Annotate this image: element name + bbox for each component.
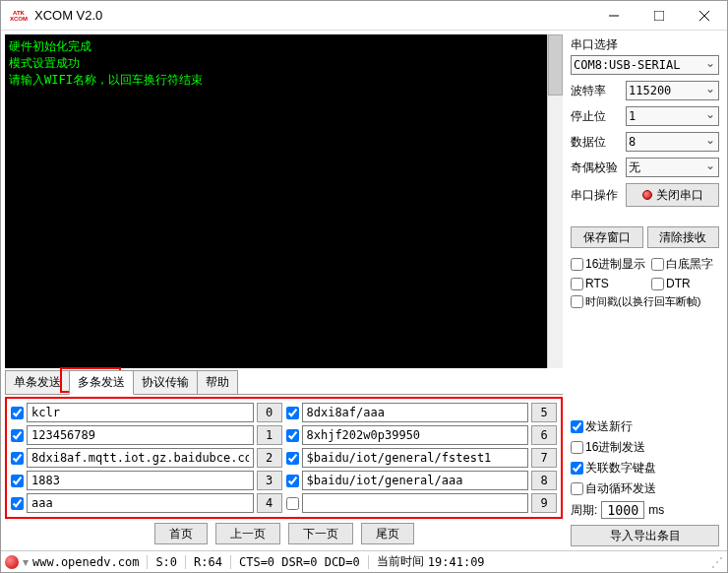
baud-label: 波特率 — [571, 83, 622, 99]
window-title: XCOM V2.0 — [34, 8, 102, 23]
row5-check[interactable] — [286, 407, 299, 419]
tab-multi-send[interactable]: 多条发送 — [69, 370, 134, 395]
status-url: www.openedv.com — [32, 555, 139, 569]
pager: 首页 上一页 下一页 尾页 — [5, 519, 563, 546]
terminal-line: 硬件初始化完成 — [9, 38, 559, 55]
numpad-check[interactable] — [571, 462, 583, 475]
row1-check[interactable] — [11, 429, 24, 442]
terminal-line: 请输入WIFI名称，以回车换行符结束 — [9, 72, 559, 89]
row1-btn[interactable]: 1 — [257, 425, 282, 445]
timestamp-check[interactable] — [571, 295, 583, 308]
row3-btn[interactable]: 3 — [257, 471, 282, 490]
svg-rect-1 — [654, 11, 664, 21]
row7-btn[interactable]: 7 — [531, 448, 557, 468]
row0-btn[interactable]: 0 — [257, 403, 282, 422]
row8-text[interactable] — [302, 471, 529, 490]
row8-btn[interactable]: 8 — [531, 471, 557, 490]
stop-label: 停止位 — [571, 108, 622, 125]
period-label: 周期: — [571, 502, 597, 519]
period-input[interactable] — [601, 501, 644, 519]
status-dot-icon — [5, 555, 19, 569]
status-signals: CTS=0 DSR=0 DCD=0 — [239, 555, 360, 569]
send-newline-check[interactable] — [571, 420, 583, 433]
parity-select[interactable] — [626, 158, 719, 177]
row0-check[interactable] — [11, 407, 24, 419]
titlebar: ATKXCOM XCOM V2.0 — [1, 1, 727, 31]
status-time-label: 当前时间 — [377, 553, 424, 570]
row4-text[interactable] — [27, 493, 254, 513]
period-unit: ms — [648, 503, 664, 517]
row9-text[interactable] — [302, 493, 529, 513]
terminal-line: 模式设置成功 — [9, 55, 559, 72]
first-page-button[interactable]: 首页 — [154, 523, 208, 544]
hex-send-check[interactable] — [571, 441, 583, 454]
row8-check[interactable] — [286, 475, 299, 487]
status-r: R:64 — [194, 555, 222, 569]
tab-protocol[interactable]: 协议传输 — [133, 370, 198, 394]
data-label: 数据位 — [571, 134, 622, 151]
status-caret-icon: ▾ — [23, 555, 29, 569]
row9-check[interactable] — [286, 497, 299, 510]
terminal-output: 硬件初始化完成 模式设置成功 请输入WIFI名称，以回车换行符结束 — [5, 34, 563, 368]
row3-check[interactable] — [11, 475, 24, 487]
rts-check[interactable] — [571, 278, 583, 290]
import-export-button[interactable]: 导入导出条目 — [571, 525, 719, 546]
settings-panel: 串口选择 波特率 停止位 数据位 奇偶校验 串口操作 关闭串口 — [567, 31, 727, 550]
status-time-value: 19:41:09 — [428, 555, 485, 569]
row2-check[interactable] — [11, 452, 24, 465]
app-logo: ATKXCOM — [9, 6, 29, 26]
terminal-scrollbar[interactable] — [547, 34, 563, 368]
row7-check[interactable] — [286, 452, 299, 465]
save-window-button[interactable]: 保存窗口 — [571, 226, 643, 248]
row2-text[interactable] — [27, 448, 254, 468]
close-port-button[interactable]: 关闭串口 — [626, 183, 719, 207]
row5-btn[interactable]: 5 — [531, 403, 557, 422]
row2-btn[interactable]: 2 — [257, 448, 282, 468]
minimize-button[interactable] — [591, 1, 637, 31]
send-tabs: 单条发送 多条发送 协议传输 帮助 — [5, 370, 563, 395]
close-button[interactable] — [682, 1, 727, 31]
row1-text[interactable] — [27, 425, 254, 445]
hex-display-check[interactable] — [571, 258, 583, 271]
row5-text[interactable] — [302, 403, 529, 422]
dtr-check[interactable] — [651, 278, 664, 290]
row0-text[interactable] — [27, 403, 254, 422]
white-bg-check[interactable] — [651, 258, 664, 271]
row9-btn[interactable]: 9 — [531, 493, 557, 513]
resize-grip-icon[interactable]: ⋰ — [711, 555, 723, 569]
port-select[interactable] — [571, 55, 719, 75]
port-label: 串口选择 — [571, 36, 719, 53]
clear-recv-button[interactable]: 清除接收 — [647, 226, 720, 248]
loop-send-check[interactable] — [571, 482, 583, 495]
row6-btn[interactable]: 6 — [531, 425, 557, 445]
tab-help[interactable]: 帮助 — [197, 370, 238, 394]
row4-btn[interactable]: 4 — [257, 493, 282, 513]
row3-text[interactable] — [27, 471, 254, 490]
statusbar: ▾ www.openedv.com S:0 R:64 CTS=0 DSR=0 D… — [1, 550, 727, 572]
port-status-icon — [642, 190, 652, 200]
row6-text[interactable] — [302, 425, 529, 445]
prev-page-button[interactable]: 上一页 — [215, 523, 280, 544]
baud-select[interactable] — [626, 81, 719, 100]
row4-check[interactable] — [11, 497, 24, 510]
status-s: S:0 — [155, 555, 177, 569]
op-label: 串口操作 — [571, 187, 622, 204]
stop-select[interactable] — [626, 106, 719, 126]
next-page-button[interactable]: 下一页 — [288, 523, 353, 544]
row7-text[interactable] — [302, 448, 529, 468]
maximize-button[interactable] — [637, 1, 682, 31]
last-page-button[interactable]: 尾页 — [361, 523, 414, 544]
row6-check[interactable] — [286, 429, 299, 442]
tab-single-send[interactable]: 单条发送 — [5, 370, 70, 394]
data-select[interactable] — [626, 132, 719, 152]
multi-send-grid: 0 5 1 6 — [5, 397, 563, 519]
parity-label: 奇偶校验 — [571, 159, 622, 176]
